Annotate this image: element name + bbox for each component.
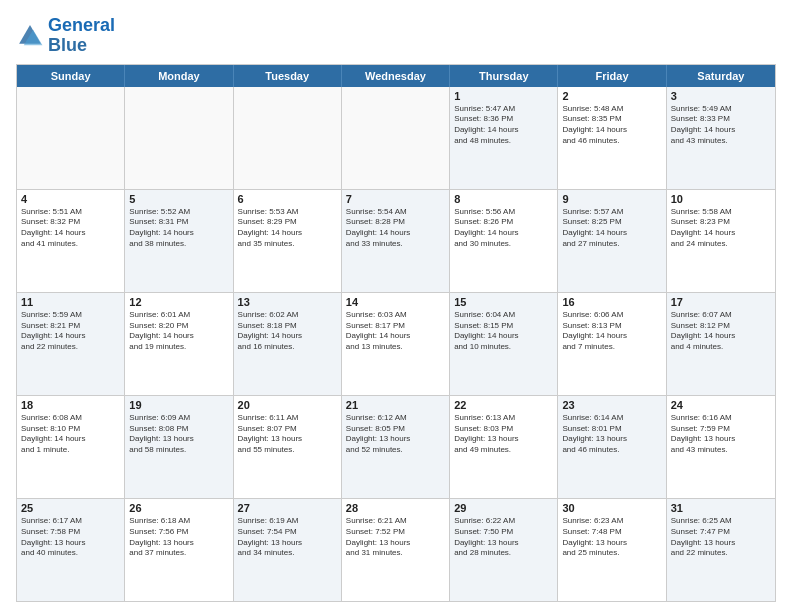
header-sunday: Sunday xyxy=(17,65,125,87)
logo-text-blue: Blue xyxy=(48,36,115,56)
calendar-cell-2-5: 16Sunrise: 6:06 AM Sunset: 8:13 PM Dayli… xyxy=(558,293,666,395)
day-number-5: 5 xyxy=(129,193,228,205)
day-number-24: 24 xyxy=(671,399,771,411)
day-number-25: 25 xyxy=(21,502,120,514)
day-number-26: 26 xyxy=(129,502,228,514)
cell-text-1: Sunrise: 5:47 AM Sunset: 8:36 PM Dayligh… xyxy=(454,104,553,147)
cell-text-20: Sunrise: 6:11 AM Sunset: 8:07 PM Dayligh… xyxy=(238,413,337,456)
header-saturday: Saturday xyxy=(667,65,775,87)
calendar-cell-0-6: 3Sunrise: 5:49 AM Sunset: 8:33 PM Daylig… xyxy=(667,87,775,189)
logo: General Blue xyxy=(16,16,115,56)
day-number-21: 21 xyxy=(346,399,445,411)
calendar-cell-3-6: 24Sunrise: 6:16 AM Sunset: 7:59 PM Dayli… xyxy=(667,396,775,498)
cell-text-5: Sunrise: 5:52 AM Sunset: 8:31 PM Dayligh… xyxy=(129,207,228,250)
calendar-cell-2-1: 12Sunrise: 6:01 AM Sunset: 8:20 PM Dayli… xyxy=(125,293,233,395)
cell-text-23: Sunrise: 6:14 AM Sunset: 8:01 PM Dayligh… xyxy=(562,413,661,456)
calendar-cell-2-2: 13Sunrise: 6:02 AM Sunset: 8:18 PM Dayli… xyxy=(234,293,342,395)
day-number-8: 8 xyxy=(454,193,553,205)
day-number-20: 20 xyxy=(238,399,337,411)
calendar-cell-3-5: 23Sunrise: 6:14 AM Sunset: 8:01 PM Dayli… xyxy=(558,396,666,498)
calendar-cell-1-2: 6Sunrise: 5:53 AM Sunset: 8:29 PM Daylig… xyxy=(234,190,342,292)
calendar-cell-3-0: 18Sunrise: 6:08 AM Sunset: 8:10 PM Dayli… xyxy=(17,396,125,498)
cell-text-16: Sunrise: 6:06 AM Sunset: 8:13 PM Dayligh… xyxy=(562,310,661,353)
cell-text-24: Sunrise: 6:16 AM Sunset: 7:59 PM Dayligh… xyxy=(671,413,771,456)
day-number-18: 18 xyxy=(21,399,120,411)
cell-text-21: Sunrise: 6:12 AM Sunset: 8:05 PM Dayligh… xyxy=(346,413,445,456)
cell-text-26: Sunrise: 6:18 AM Sunset: 7:56 PM Dayligh… xyxy=(129,516,228,559)
day-number-22: 22 xyxy=(454,399,553,411)
cell-text-19: Sunrise: 6:09 AM Sunset: 8:08 PM Dayligh… xyxy=(129,413,228,456)
cell-text-25: Sunrise: 6:17 AM Sunset: 7:58 PM Dayligh… xyxy=(21,516,120,559)
calendar-cell-2-4: 15Sunrise: 6:04 AM Sunset: 8:15 PM Dayli… xyxy=(450,293,558,395)
calendar-cell-4-2: 27Sunrise: 6:19 AM Sunset: 7:54 PM Dayli… xyxy=(234,499,342,601)
header: General Blue xyxy=(16,16,776,56)
calendar-cell-3-4: 22Sunrise: 6:13 AM Sunset: 8:03 PM Dayli… xyxy=(450,396,558,498)
calendar-cell-3-1: 19Sunrise: 6:09 AM Sunset: 8:08 PM Dayli… xyxy=(125,396,233,498)
cell-text-8: Sunrise: 5:56 AM Sunset: 8:26 PM Dayligh… xyxy=(454,207,553,250)
calendar-cell-0-2 xyxy=(234,87,342,189)
calendar-cell-0-3 xyxy=(342,87,450,189)
cell-text-7: Sunrise: 5:54 AM Sunset: 8:28 PM Dayligh… xyxy=(346,207,445,250)
calendar-cell-4-0: 25Sunrise: 6:17 AM Sunset: 7:58 PM Dayli… xyxy=(17,499,125,601)
cell-text-14: Sunrise: 6:03 AM Sunset: 8:17 PM Dayligh… xyxy=(346,310,445,353)
cell-text-4: Sunrise: 5:51 AM Sunset: 8:32 PM Dayligh… xyxy=(21,207,120,250)
day-number-3: 3 xyxy=(671,90,771,102)
day-number-19: 19 xyxy=(129,399,228,411)
calendar-cell-0-1 xyxy=(125,87,233,189)
header-monday: Monday xyxy=(125,65,233,87)
day-number-9: 9 xyxy=(562,193,661,205)
day-number-6: 6 xyxy=(238,193,337,205)
cell-text-12: Sunrise: 6:01 AM Sunset: 8:20 PM Dayligh… xyxy=(129,310,228,353)
calendar-cell-4-4: 29Sunrise: 6:22 AM Sunset: 7:50 PM Dayli… xyxy=(450,499,558,601)
cell-text-31: Sunrise: 6:25 AM Sunset: 7:47 PM Dayligh… xyxy=(671,516,771,559)
calendar-cell-1-3: 7Sunrise: 5:54 AM Sunset: 8:28 PM Daylig… xyxy=(342,190,450,292)
calendar-cell-2-0: 11Sunrise: 5:59 AM Sunset: 8:21 PM Dayli… xyxy=(17,293,125,395)
cell-text-3: Sunrise: 5:49 AM Sunset: 8:33 PM Dayligh… xyxy=(671,104,771,147)
day-number-16: 16 xyxy=(562,296,661,308)
cell-text-27: Sunrise: 6:19 AM Sunset: 7:54 PM Dayligh… xyxy=(238,516,337,559)
logo-text-general: General xyxy=(48,16,115,36)
calendar-row-0: 1Sunrise: 5:47 AM Sunset: 8:36 PM Daylig… xyxy=(17,87,775,190)
calendar-cell-1-1: 5Sunrise: 5:52 AM Sunset: 8:31 PM Daylig… xyxy=(125,190,233,292)
calendar-cell-3-3: 21Sunrise: 6:12 AM Sunset: 8:05 PM Dayli… xyxy=(342,396,450,498)
calendar-cell-4-3: 28Sunrise: 6:21 AM Sunset: 7:52 PM Dayli… xyxy=(342,499,450,601)
calendar: Sunday Monday Tuesday Wednesday Thursday… xyxy=(16,64,776,602)
calendar-cell-4-5: 30Sunrise: 6:23 AM Sunset: 7:48 PM Dayli… xyxy=(558,499,666,601)
cell-text-10: Sunrise: 5:58 AM Sunset: 8:23 PM Dayligh… xyxy=(671,207,771,250)
calendar-cell-1-4: 8Sunrise: 5:56 AM Sunset: 8:26 PM Daylig… xyxy=(450,190,558,292)
day-number-17: 17 xyxy=(671,296,771,308)
calendar-body: 1Sunrise: 5:47 AM Sunset: 8:36 PM Daylig… xyxy=(17,87,775,601)
logo-icon xyxy=(16,22,44,50)
calendar-cell-0-5: 2Sunrise: 5:48 AM Sunset: 8:35 PM Daylig… xyxy=(558,87,666,189)
header-wednesday: Wednesday xyxy=(342,65,450,87)
day-number-30: 30 xyxy=(562,502,661,514)
day-number-15: 15 xyxy=(454,296,553,308)
cell-text-28: Sunrise: 6:21 AM Sunset: 7:52 PM Dayligh… xyxy=(346,516,445,559)
cell-text-22: Sunrise: 6:13 AM Sunset: 8:03 PM Dayligh… xyxy=(454,413,553,456)
page: General Blue Sunday Monday Tuesday Wedne… xyxy=(0,0,792,612)
day-number-7: 7 xyxy=(346,193,445,205)
header-thursday: Thursday xyxy=(450,65,558,87)
day-number-12: 12 xyxy=(129,296,228,308)
calendar-cell-1-0: 4Sunrise: 5:51 AM Sunset: 8:32 PM Daylig… xyxy=(17,190,125,292)
calendar-cell-4-1: 26Sunrise: 6:18 AM Sunset: 7:56 PM Dayli… xyxy=(125,499,233,601)
cell-text-18: Sunrise: 6:08 AM Sunset: 8:10 PM Dayligh… xyxy=(21,413,120,456)
day-number-10: 10 xyxy=(671,193,771,205)
day-number-4: 4 xyxy=(21,193,120,205)
cell-text-6: Sunrise: 5:53 AM Sunset: 8:29 PM Dayligh… xyxy=(238,207,337,250)
cell-text-29: Sunrise: 6:22 AM Sunset: 7:50 PM Dayligh… xyxy=(454,516,553,559)
calendar-cell-2-6: 17Sunrise: 6:07 AM Sunset: 8:12 PM Dayli… xyxy=(667,293,775,395)
header-tuesday: Tuesday xyxy=(234,65,342,87)
day-number-28: 28 xyxy=(346,502,445,514)
calendar-row-2: 11Sunrise: 5:59 AM Sunset: 8:21 PM Dayli… xyxy=(17,293,775,396)
day-number-2: 2 xyxy=(562,90,661,102)
day-number-31: 31 xyxy=(671,502,771,514)
day-number-29: 29 xyxy=(454,502,553,514)
cell-text-2: Sunrise: 5:48 AM Sunset: 8:35 PM Dayligh… xyxy=(562,104,661,147)
calendar-cell-1-5: 9Sunrise: 5:57 AM Sunset: 8:25 PM Daylig… xyxy=(558,190,666,292)
calendar-row-4: 25Sunrise: 6:17 AM Sunset: 7:58 PM Dayli… xyxy=(17,499,775,601)
calendar-row-1: 4Sunrise: 5:51 AM Sunset: 8:32 PM Daylig… xyxy=(17,190,775,293)
calendar-cell-4-6: 31Sunrise: 6:25 AM Sunset: 7:47 PM Dayli… xyxy=(667,499,775,601)
calendar-cell-1-6: 10Sunrise: 5:58 AM Sunset: 8:23 PM Dayli… xyxy=(667,190,775,292)
day-number-27: 27 xyxy=(238,502,337,514)
